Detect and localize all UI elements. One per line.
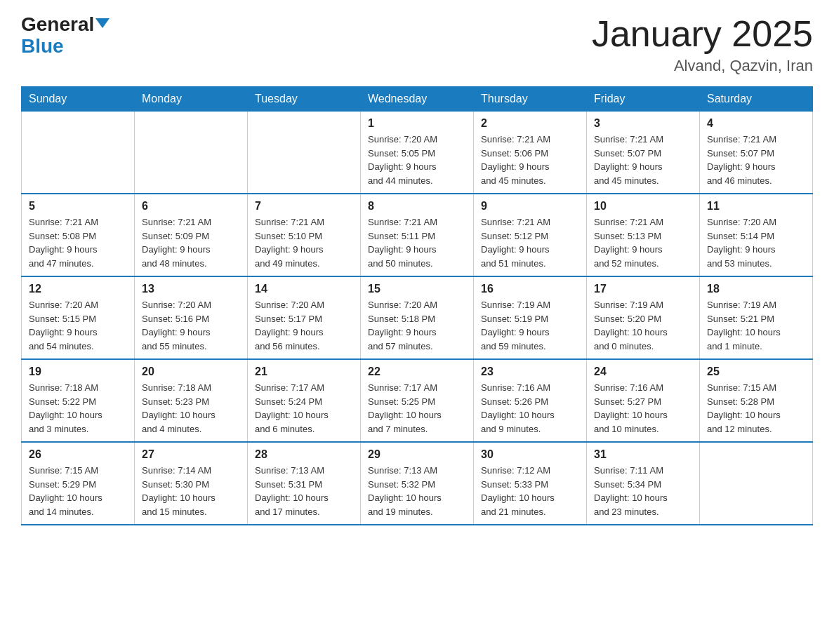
day-info: Sunrise: 7:18 AMSunset: 5:23 PMDaylight:… [142,381,240,436]
calendar-cell: 26Sunrise: 7:15 AMSunset: 5:29 PMDayligh… [22,442,135,525]
day-info: Sunrise: 7:17 AMSunset: 5:24 PMDaylight:… [255,381,353,436]
day-number: 10 [594,200,692,213]
day-info: Sunrise: 7:20 AMSunset: 5:15 PMDaylight:… [29,298,127,353]
calendar-cell: 24Sunrise: 7:16 AMSunset: 5:27 PMDayligh… [587,359,700,442]
day-info: Sunrise: 7:21 AMSunset: 5:08 PMDaylight:… [29,215,127,270]
calendar-week-row: 12Sunrise: 7:20 AMSunset: 5:15 PMDayligh… [22,276,813,359]
day-number: 30 [481,448,579,461]
day-info: Sunrise: 7:15 AMSunset: 5:28 PMDaylight:… [707,381,805,436]
day-number: 5 [29,200,127,213]
page-header: General Blue January 2025 Alvand, Qazvin… [21,14,813,75]
day-info: Sunrise: 7:20 AMSunset: 5:17 PMDaylight:… [255,298,353,353]
calendar-cell: 1Sunrise: 7:20 AMSunset: 5:05 PMDaylight… [361,112,474,194]
day-number: 4 [707,117,805,130]
day-number: 26 [29,448,127,461]
calendar-table: SundayMondayTuesdayWednesdayThursdayFrid… [21,86,813,525]
day-info: Sunrise: 7:15 AMSunset: 5:29 PMDaylight:… [29,464,127,518]
day-info: Sunrise: 7:20 AMSunset: 5:05 PMDaylight:… [368,133,466,187]
day-number: 1 [368,117,466,130]
weekday-header-tuesday: Tuesday [248,87,361,112]
calendar-cell: 28Sunrise: 7:13 AMSunset: 5:31 PMDayligh… [248,442,361,525]
day-info: Sunrise: 7:16 AMSunset: 5:27 PMDaylight:… [594,381,692,436]
day-number: 20 [142,365,240,378]
calendar-cell: 21Sunrise: 7:17 AMSunset: 5:24 PMDayligh… [248,359,361,442]
calendar-cell: 25Sunrise: 7:15 AMSunset: 5:28 PMDayligh… [700,359,813,442]
day-number: 17 [594,283,692,295]
calendar-week-row: 26Sunrise: 7:15 AMSunset: 5:29 PMDayligh… [22,442,813,525]
day-info: Sunrise: 7:21 AMSunset: 5:07 PMDaylight:… [594,133,692,187]
calendar-cell: 3Sunrise: 7:21 AMSunset: 5:07 PMDaylight… [587,112,700,194]
calendar-header: SundayMondayTuesdayWednesdayThursdayFrid… [22,87,813,112]
day-number: 13 [142,283,240,295]
weekday-header-friday: Friday [587,87,700,112]
calendar-cell: 30Sunrise: 7:12 AMSunset: 5:33 PMDayligh… [474,442,587,525]
calendar-cell: 12Sunrise: 7:20 AMSunset: 5:15 PMDayligh… [22,276,135,359]
logo: General Blue [21,14,110,58]
day-number: 14 [255,283,353,295]
calendar-cell: 11Sunrise: 7:20 AMSunset: 5:14 PMDayligh… [700,194,813,276]
logo-blue-text: Blue [21,35,64,57]
weekday-header-saturday: Saturday [700,87,813,112]
day-number: 15 [368,283,466,295]
calendar-cell: 5Sunrise: 7:21 AMSunset: 5:08 PMDaylight… [22,194,135,276]
calendar-cell: 17Sunrise: 7:19 AMSunset: 5:20 PMDayligh… [587,276,700,359]
day-number: 3 [594,117,692,130]
calendar-cell: 27Sunrise: 7:14 AMSunset: 5:30 PMDayligh… [135,442,248,525]
calendar-cell: 16Sunrise: 7:19 AMSunset: 5:19 PMDayligh… [474,276,587,359]
calendar-cell: 6Sunrise: 7:21 AMSunset: 5:09 PMDaylight… [135,194,248,276]
day-number: 27 [142,448,240,461]
day-info: Sunrise: 7:20 AMSunset: 5:16 PMDaylight:… [142,298,240,353]
day-info: Sunrise: 7:21 AMSunset: 5:13 PMDaylight:… [594,215,692,270]
calendar-cell: 15Sunrise: 7:20 AMSunset: 5:18 PMDayligh… [361,276,474,359]
calendar-cell: 31Sunrise: 7:11 AMSunset: 5:34 PMDayligh… [587,442,700,525]
day-info: Sunrise: 7:14 AMSunset: 5:30 PMDaylight:… [142,464,240,518]
calendar-cell: 29Sunrise: 7:13 AMSunset: 5:32 PMDayligh… [361,442,474,525]
calendar-cell: 8Sunrise: 7:21 AMSunset: 5:11 PMDaylight… [361,194,474,276]
day-number: 9 [481,200,579,213]
day-number: 18 [707,283,805,295]
day-info: Sunrise: 7:20 AMSunset: 5:18 PMDaylight:… [368,298,466,353]
day-info: Sunrise: 7:21 AMSunset: 5:06 PMDaylight:… [481,133,579,187]
weekday-header-thursday: Thursday [474,87,587,112]
day-number: 16 [481,283,579,295]
day-info: Sunrise: 7:21 AMSunset: 5:12 PMDaylight:… [481,215,579,270]
day-info: Sunrise: 7:13 AMSunset: 5:32 PMDaylight:… [368,464,466,518]
calendar-cell [248,112,361,194]
day-number: 19 [29,365,127,378]
day-number: 28 [255,448,353,461]
day-info: Sunrise: 7:16 AMSunset: 5:26 PMDaylight:… [481,381,579,436]
calendar-week-row: 1Sunrise: 7:20 AMSunset: 5:05 PMDaylight… [22,112,813,194]
day-number: 29 [368,448,466,461]
weekday-header-wednesday: Wednesday [361,87,474,112]
calendar-cell: 23Sunrise: 7:16 AMSunset: 5:26 PMDayligh… [474,359,587,442]
calendar-week-row: 5Sunrise: 7:21 AMSunset: 5:08 PMDaylight… [22,194,813,276]
calendar-body: 1Sunrise: 7:20 AMSunset: 5:05 PMDaylight… [22,112,813,525]
day-info: Sunrise: 7:20 AMSunset: 5:14 PMDaylight:… [707,215,805,270]
day-info: Sunrise: 7:12 AMSunset: 5:33 PMDaylight:… [481,464,579,518]
day-info: Sunrise: 7:21 AMSunset: 5:11 PMDaylight:… [368,215,466,270]
calendar-cell [700,442,813,525]
weekday-header-monday: Monday [135,87,248,112]
day-info: Sunrise: 7:11 AMSunset: 5:34 PMDaylight:… [594,464,692,518]
calendar-cell: 18Sunrise: 7:19 AMSunset: 5:21 PMDayligh… [700,276,813,359]
day-info: Sunrise: 7:18 AMSunset: 5:22 PMDaylight:… [29,381,127,436]
calendar-cell: 4Sunrise: 7:21 AMSunset: 5:07 PMDaylight… [700,112,813,194]
calendar-cell: 14Sunrise: 7:20 AMSunset: 5:17 PMDayligh… [248,276,361,359]
day-number: 22 [368,365,466,378]
day-info: Sunrise: 7:19 AMSunset: 5:21 PMDaylight:… [707,298,805,353]
day-number: 25 [707,365,805,378]
day-number: 31 [594,448,692,461]
day-number: 24 [594,365,692,378]
day-number: 7 [255,200,353,213]
day-number: 8 [368,200,466,213]
calendar-week-row: 19Sunrise: 7:18 AMSunset: 5:22 PMDayligh… [22,359,813,442]
day-info: Sunrise: 7:21 AMSunset: 5:09 PMDaylight:… [142,215,240,270]
calendar-cell: 9Sunrise: 7:21 AMSunset: 5:12 PMDaylight… [474,194,587,276]
day-number: 21 [255,365,353,378]
calendar-cell [22,112,135,194]
day-number: 6 [142,200,240,213]
day-info: Sunrise: 7:19 AMSunset: 5:19 PMDaylight:… [481,298,579,353]
calendar-cell: 10Sunrise: 7:21 AMSunset: 5:13 PMDayligh… [587,194,700,276]
logo-general-text: General [21,14,94,36]
title-block: January 2025 Alvand, Qazvin, Iran [592,14,813,75]
